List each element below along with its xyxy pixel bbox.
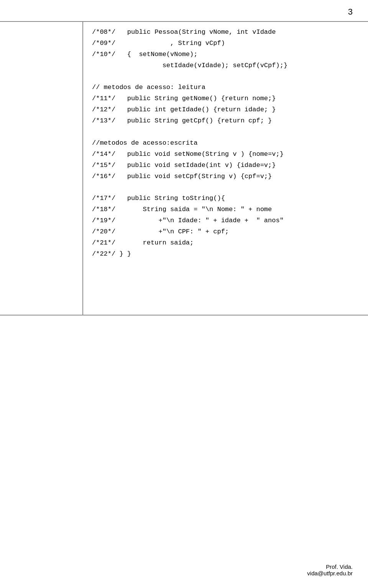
footer: Prof. Vida. vida@utfpr.edu.br bbox=[307, 563, 353, 576]
footer-email: vida@utfpr.edu.br bbox=[307, 570, 353, 576]
top-divider bbox=[0, 21, 368, 22]
bottom-divider bbox=[0, 315, 368, 315]
page-number: 3 bbox=[348, 7, 353, 17]
left-margin-line bbox=[82, 21, 83, 315]
footer-name: Prof. Vida. bbox=[307, 563, 353, 570]
code-block: /*08*/ public Pessoa(String vNome, int v… bbox=[92, 27, 345, 260]
